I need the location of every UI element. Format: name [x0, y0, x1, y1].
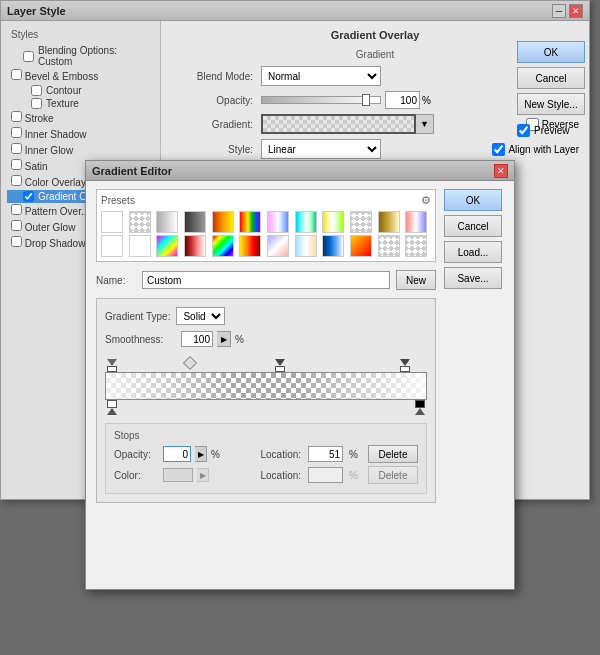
outer-glow-checkbox[interactable]	[11, 220, 22, 231]
new-style-button[interactable]: New Style...	[517, 93, 585, 115]
opacity-stop-100[interactable]	[400, 359, 410, 372]
ge-load-button[interactable]: Load...	[444, 241, 502, 263]
smoothness-stepper[interactable]: ▶	[217, 331, 231, 347]
smoothness-input[interactable]	[181, 331, 213, 347]
name-input[interactable]	[142, 271, 390, 289]
gradient-editor-body: Presets ⚙	[86, 181, 514, 511]
delete-button-1[interactable]: Delete	[368, 445, 418, 463]
preset-10[interactable]	[350, 211, 372, 233]
smoothness-row: Smoothness: ▶ %	[105, 331, 427, 347]
presets-label: Presets	[101, 195, 135, 206]
opacity-stop-input[interactable]	[163, 446, 191, 462]
sidebar-item-blending[interactable]: Blending Options: Custom	[7, 44, 154, 68]
preset-19[interactable]	[267, 235, 289, 257]
close-button[interactable]: ✕	[569, 4, 583, 18]
preset-18[interactable]	[239, 235, 261, 257]
gradient-preview[interactable]	[261, 114, 416, 134]
ge-save-button[interactable]: Save...	[444, 267, 502, 289]
preset-23[interactable]	[378, 235, 400, 257]
sidebar-item-contour[interactable]: Contour	[7, 84, 154, 97]
style-label: Style:	[171, 144, 261, 155]
location-input-1[interactable]	[308, 446, 343, 462]
opacity-stop-stepper[interactable]: ▶	[195, 446, 207, 462]
style-row: Style: Linear Align with Layer	[171, 139, 579, 159]
drop-shadow-checkbox[interactable]	[11, 236, 22, 247]
preset-14[interactable]	[129, 235, 151, 257]
preset-16[interactable]	[184, 235, 206, 257]
preset-2[interactable]	[129, 211, 151, 233]
preset-15[interactable]	[156, 235, 178, 257]
preset-5[interactable]	[212, 211, 234, 233]
preset-7[interactable]	[267, 211, 289, 233]
styles-label: Styles	[7, 27, 154, 42]
opacity-stop-unit: %	[211, 449, 220, 460]
color-overlay-checkbox[interactable]	[11, 175, 22, 186]
preview-checkbox[interactable]	[517, 124, 530, 137]
opacity-stop-0[interactable]	[107, 359, 117, 372]
sidebar-item-texture[interactable]: Texture	[7, 97, 154, 110]
gradient-dropdown-btn[interactable]: ▼	[416, 114, 434, 134]
ok-button[interactable]: OK	[517, 41, 585, 63]
preset-21[interactable]	[322, 235, 344, 257]
blend-mode-select[interactable]: Normal	[261, 66, 381, 86]
stroke-checkbox[interactable]	[11, 111, 22, 122]
align-checkbox[interactable]	[492, 143, 505, 156]
ge-cancel-button[interactable]: Cancel	[444, 215, 502, 237]
minimize-button[interactable]: ─	[552, 4, 566, 18]
preset-8[interactable]	[295, 211, 317, 233]
bevel-checkbox[interactable]	[11, 69, 22, 80]
preset-24[interactable]	[405, 235, 427, 257]
preset-6[interactable]	[239, 211, 261, 233]
preview-row: Preview	[517, 119, 585, 141]
gradient-bar-overlay	[106, 373, 426, 399]
new-button[interactable]: New	[396, 270, 436, 290]
preset-12[interactable]	[405, 211, 427, 233]
opacity-input[interactable]	[385, 91, 420, 109]
gradient-control: ▼	[261, 114, 434, 134]
sidebar-section-inner-shadow[interactable]: Inner Shadow	[7, 126, 154, 141]
opacity-thumb[interactable]	[362, 94, 370, 106]
opacity-stop-50[interactable]	[275, 359, 285, 372]
opacity-slider[interactable]	[261, 96, 381, 104]
gradient-editor-close[interactable]: ✕	[494, 164, 508, 178]
preset-17[interactable]	[212, 235, 234, 257]
color-stop-0[interactable]	[107, 400, 117, 415]
preset-13[interactable]	[101, 235, 123, 257]
color-stop-100[interactable]	[415, 400, 425, 415]
preset-22[interactable]	[350, 235, 372, 257]
blending-checkbox[interactable]	[23, 51, 34, 62]
gradient-editor-window: Gradient Editor ✕ Presets ⚙	[85, 160, 515, 590]
align-label: Align with Layer	[508, 144, 579, 155]
location-input-2[interactable]	[308, 467, 343, 483]
sidebar-section-inner-glow[interactable]: Inner Glow	[7, 142, 154, 157]
color-stop-row: Color: ▶ Location: % Delete	[114, 466, 418, 484]
preset-20[interactable]	[295, 235, 317, 257]
presets-section: Presets ⚙	[96, 189, 436, 262]
gradient-overlay-checkbox[interactable]	[23, 191, 34, 202]
cancel-button[interactable]: Cancel	[517, 67, 585, 89]
sidebar-section-bevel[interactable]: Bevel & Emboss	[7, 68, 154, 83]
preset-4[interactable]	[184, 211, 206, 233]
color-swatch[interactable]	[163, 468, 193, 482]
ge-ok-button[interactable]: OK	[444, 189, 502, 211]
preset-1[interactable]	[101, 211, 123, 233]
style-select[interactable]: Linear	[261, 139, 381, 159]
gradient-bar[interactable]	[105, 372, 427, 400]
gradient-type-select[interactable]: Solid	[176, 307, 225, 325]
preset-9[interactable]	[322, 211, 344, 233]
stops-label: Stops	[114, 430, 418, 441]
sidebar-section-stroke[interactable]: Stroke	[7, 110, 154, 125]
pattern-checkbox[interactable]	[11, 204, 22, 215]
color-stepper[interactable]: ▶	[197, 468, 209, 482]
texture-checkbox[interactable]	[31, 98, 42, 109]
presets-gear-icon[interactable]: ⚙	[421, 194, 431, 207]
preset-3[interactable]	[156, 211, 178, 233]
midpoint-diamond-1[interactable]	[183, 356, 197, 370]
location-label-2: Location:	[261, 470, 302, 481]
delete-button-2[interactable]: Delete	[368, 466, 418, 484]
inner-glow-checkbox[interactable]	[11, 143, 22, 154]
preset-11[interactable]	[378, 211, 400, 233]
satin-checkbox[interactable]	[11, 159, 22, 170]
contour-checkbox[interactable]	[31, 85, 42, 96]
inner-shadow-checkbox[interactable]	[11, 127, 22, 138]
